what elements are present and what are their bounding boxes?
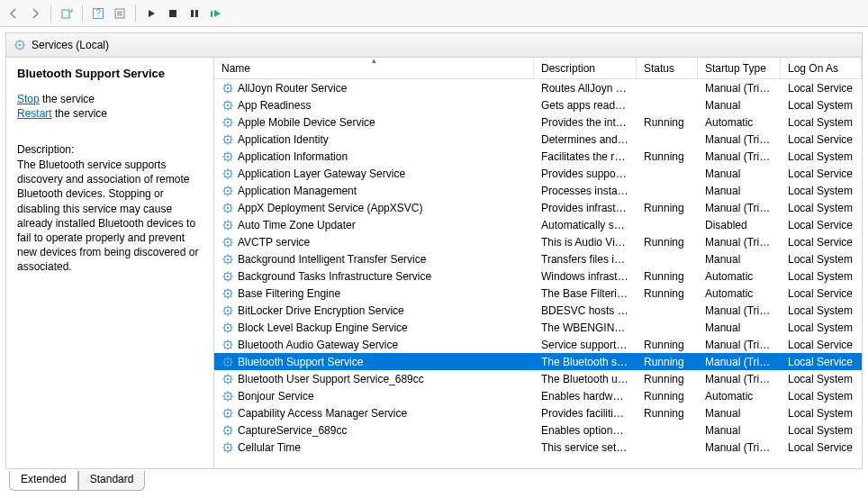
service-name-text: Application Identity — [238, 133, 329, 146]
column-header-logon[interactable]: Log On As — [781, 58, 862, 78]
table-row[interactable]: Background Intelligent Transfer ServiceT… — [214, 250, 862, 267]
cell-name: App Readiness — [214, 99, 534, 112]
gear-icon — [222, 356, 234, 368]
start-service-button[interactable] — [141, 4, 161, 23]
cell-startup: Manual — [698, 168, 781, 180]
service-name-text: CaptureService_689cc — [238, 424, 347, 437]
svg-rect-8 — [191, 10, 194, 17]
description-text: The Bluetooth service supports discovery… — [17, 158, 203, 275]
cell-status: Running — [637, 287, 698, 300]
cell-name: Auto Time Zone Updater — [214, 219, 534, 231]
sort-indicator-icon: ▴ — [372, 56, 376, 65]
gear-icon — [222, 424, 234, 437]
cell-name: Application Management — [214, 185, 534, 197]
table-row[interactable]: Application InformationFacilitates the r… — [214, 148, 862, 165]
gear-icon — [222, 390, 234, 403]
gear-icon — [222, 304, 234, 317]
table-row[interactable]: Application Layer Gateway ServiceProvide… — [214, 165, 862, 182]
svg-point-52 — [227, 412, 229, 413]
service-rows[interactable]: AllJoyn Router ServiceRoutes AllJoyn me.… — [214, 79, 862, 468]
cell-logon: Local System — [781, 304, 862, 317]
table-row[interactable]: Capability Access Manager ServiceProvide… — [214, 404, 862, 421]
selected-service-name: Bluetooth Support Service — [17, 67, 203, 80]
table-row[interactable]: Base Filtering EngineThe Base Filtering … — [214, 285, 862, 302]
svg-point-50 — [227, 394, 229, 396]
stop-action-line: Stop the service — [17, 93, 203, 105]
table-row[interactable]: Cellular TimeThis service sets ti...Manu… — [214, 439, 862, 456]
forward-button[interactable] — [25, 4, 45, 23]
table-row[interactable]: Bluetooth Audio Gateway ServiceService s… — [214, 336, 862, 353]
stop-link[interactable]: Stop — [17, 93, 40, 105]
svg-point-56 — [227, 446, 229, 448]
help-button[interactable]: ? — [88, 4, 108, 23]
scope-title: Services (Local) — [32, 39, 109, 51]
table-row[interactable]: Apple Mobile Device ServiceProvides the … — [214, 113, 862, 131]
cell-status: Running — [637, 116, 698, 129]
cell-startup: Manual (Trig... — [698, 133, 781, 146]
service-name-text: Bluetooth Audio Gateway Service — [238, 339, 398, 351]
cell-logon: Local System — [781, 321, 862, 334]
cell-description: The Bluetooth use... — [534, 373, 637, 385]
table-row[interactable]: App ReadinessGets apps ready fo...Manual… — [214, 96, 862, 113]
table-row[interactable]: CaptureService_689ccEnables optional s..… — [214, 421, 862, 439]
cell-description: Facilitates the run... — [534, 150, 637, 163]
table-row[interactable]: Application IdentityDetermines and v...M… — [214, 131, 862, 148]
table-row[interactable]: AllJoyn Router ServiceRoutes AllJoyn me.… — [214, 79, 862, 96]
table-row[interactable]: Application ManagementProcesses installa… — [214, 182, 862, 199]
cell-startup: Manual — [698, 321, 781, 334]
table-row[interactable]: Bluetooth User Support Service_689ccThe … — [214, 370, 862, 387]
description-label: Description: — [17, 143, 203, 156]
service-name-text: Background Intelligent Transfer Service — [238, 253, 426, 266]
back-button[interactable] — [4, 4, 23, 23]
restart-link[interactable]: Restart — [17, 107, 52, 120]
table-row[interactable]: Bonjour ServiceEnables hardware ...Runni… — [214, 387, 862, 404]
cell-logon: Local System — [781, 116, 862, 129]
table-row[interactable]: Background Tasks Infrastructure ServiceW… — [214, 267, 862, 285]
svg-point-12 — [19, 44, 22, 47]
cell-name: CaptureService_689cc — [214, 424, 534, 437]
export-button[interactable] — [57, 4, 77, 23]
gear-icon — [222, 441, 234, 454]
properties-button[interactable] — [110, 4, 130, 23]
stop-service-button[interactable] — [163, 4, 183, 23]
tab-extended[interactable]: Extended — [9, 471, 78, 491]
column-header-description[interactable]: Description — [534, 58, 637, 78]
table-row[interactable]: Block Level Backup Engine ServiceThe WBE… — [214, 319, 862, 336]
cell-name: Base Filtering Engine — [214, 287, 534, 300]
cell-name: BitLocker Drive Encryption Service — [214, 304, 534, 317]
gear-icon — [222, 236, 234, 249]
view-tabs: Extended Standard — [9, 471, 145, 491]
services-icon — [14, 39, 26, 51]
column-header-startup[interactable]: Startup Type — [698, 58, 781, 78]
restart-service-button[interactable] — [206, 4, 226, 23]
column-header-name[interactable]: Name▴ — [214, 58, 534, 78]
table-row[interactable]: Auto Time Zone UpdaterAutomatically sets… — [214, 216, 862, 233]
gear-icon — [222, 373, 234, 385]
column-header-status[interactable]: Status — [637, 58, 698, 78]
cell-name: Bluetooth User Support Service_689cc — [214, 373, 534, 385]
cell-name: Application Information — [214, 150, 534, 163]
gear-icon — [222, 202, 234, 214]
service-name-text: AVCTP service — [238, 236, 310, 249]
pause-service-button[interactable] — [185, 4, 204, 23]
service-name-text: Base Filtering Engine — [238, 287, 340, 300]
cell-status: Running — [637, 339, 698, 351]
svg-point-54 — [227, 429, 229, 430]
cell-description: Routes AllJoyn me... — [534, 82, 637, 95]
service-name-text: App Readiness — [238, 99, 311, 112]
cell-startup: Manual (Trig... — [698, 150, 781, 163]
service-name-text: Cellular Time — [238, 441, 301, 454]
svg-point-32 — [227, 240, 229, 242]
svg-rect-9 — [195, 10, 198, 17]
cell-startup: Manual (Trig... — [698, 202, 781, 214]
list-pane: Name▴ Description Status Startup Type Lo… — [214, 58, 862, 468]
service-name-text: Auto Time Zone Updater — [238, 219, 356, 231]
svg-point-24 — [227, 172, 229, 174]
gear-icon — [222, 407, 234, 420]
table-row[interactable]: BitLocker Drive Encryption ServiceBDESVC… — [214, 302, 862, 319]
restart-action-line: Restart the service — [17, 107, 203, 120]
tab-standard[interactable]: Standard — [78, 471, 146, 491]
table-row[interactable]: Bluetooth Support ServiceThe Bluetooth s… — [214, 353, 862, 370]
table-row[interactable]: AppX Deployment Service (AppXSVC)Provide… — [214, 199, 862, 216]
table-row[interactable]: AVCTP serviceThis is Audio Vide...Runnin… — [214, 233, 862, 250]
